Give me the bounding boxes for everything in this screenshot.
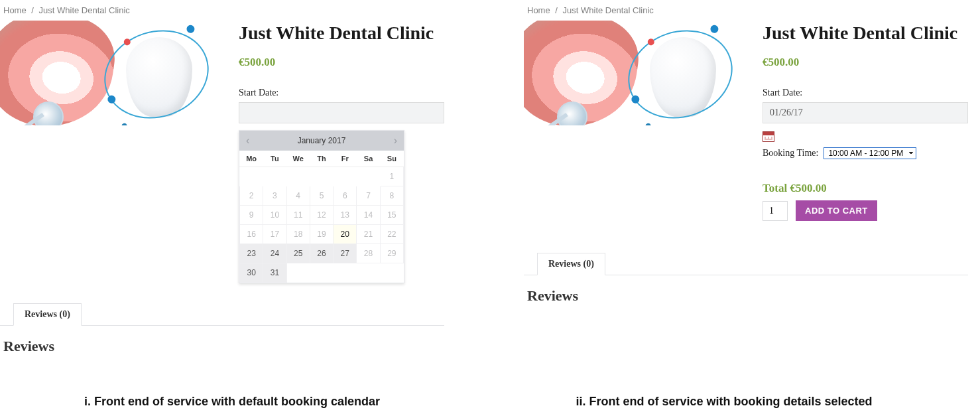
calendar-day-cell[interactable]: 15 <box>380 206 403 225</box>
breadcrumb-home[interactable]: Home <box>527 5 550 15</box>
product-image <box>0 21 219 125</box>
start-date-input[interactable] <box>239 102 444 123</box>
tabs: Reviews (0) <box>0 303 444 326</box>
calendar-day-cell <box>240 167 263 186</box>
calendar-day-cell[interactable]: 8 <box>380 186 403 206</box>
booking-time-label: Booking Time: <box>763 148 818 159</box>
calendar-day-cell[interactable]: 30 <box>240 263 263 283</box>
chevron-right-icon[interactable]: › <box>394 135 397 147</box>
calendar-day-cell <box>310 263 333 283</box>
calendar-month-title: January 2017 <box>298 136 346 145</box>
product-image <box>524 21 743 125</box>
product-price: €500.00 <box>239 56 444 69</box>
product-title: Just White Dental Clinic <box>763 22 968 44</box>
breadcrumb: Home / Just White Dental Clinic <box>3 5 444 15</box>
calendar-day-cell[interactable]: 6 <box>334 186 357 206</box>
breadcrumb-current: Just White Dental Clinic <box>39 5 130 15</box>
calendar-day-cell[interactable]: 5 <box>310 186 333 206</box>
reviews-heading: Reviews <box>3 338 444 355</box>
tabs: Reviews (0) <box>524 253 968 275</box>
calendar-icon[interactable] <box>763 131 774 142</box>
calendar-day-cell[interactable]: 11 <box>286 206 310 225</box>
caption-left: i. Front end of service with default boo… <box>0 395 464 409</box>
calendar-day-cell <box>286 167 310 186</box>
calendar-day-cell[interactable]: 20 <box>334 225 357 244</box>
calendar-day-cell[interactable]: 27 <box>334 244 357 263</box>
start-date-label: Start Date: <box>239 88 444 98</box>
calendar-day-cell <box>310 167 333 186</box>
calendar-day-header: Tu <box>263 151 286 167</box>
calendar-day-header: Su <box>380 151 403 167</box>
caption-right: ii. Front end of service with booking de… <box>485 395 963 409</box>
calendar-day-cell[interactable]: 13 <box>334 206 357 225</box>
calendar-day-cell[interactable]: 16 <box>240 225 263 244</box>
breadcrumb-current: Just White Dental Clinic <box>563 5 654 15</box>
calendar-day-cell <box>380 263 403 283</box>
chevron-left-icon[interactable]: ‹ <box>246 135 249 147</box>
calendar-day-cell[interactable]: 2 <box>240 186 263 206</box>
reviews-heading: Reviews <box>527 287 968 305</box>
start-date-input[interactable] <box>763 102 968 123</box>
breadcrumb-home[interactable]: Home <box>3 5 27 15</box>
calendar-day-cell[interactable]: 24 <box>263 244 286 263</box>
breadcrumb: Home / Just White Dental Clinic <box>527 5 968 15</box>
calendar-day-cell[interactable]: 28 <box>357 244 380 263</box>
calendar-day-header: Sa <box>357 151 380 167</box>
calendar-day-cell[interactable]: 14 <box>357 206 380 225</box>
calendar-day-cell[interactable]: 12 <box>310 206 333 225</box>
calendar-day-header: We <box>286 151 310 167</box>
calendar-day-cell[interactable]: 23 <box>240 244 263 263</box>
calendar-day-cell[interactable]: 25 <box>286 244 310 263</box>
calendar-day-cell <box>334 167 357 186</box>
product-price: €500.00 <box>763 56 968 69</box>
breadcrumb-sep: / <box>555 5 558 15</box>
calendar-day-cell <box>357 167 380 186</box>
date-picker[interactable]: ‹ January 2017 › MoTuWeThFrSaSu 12345678… <box>239 130 404 283</box>
booking-total: Total €500.00 <box>763 182 968 195</box>
calendar-day-cell[interactable]: 18 <box>286 225 310 244</box>
calendar-day-cell[interactable]: 9 <box>240 206 263 225</box>
calendar-day-cell[interactable]: 26 <box>310 244 333 263</box>
tab-reviews[interactable]: Reviews (0) <box>537 253 605 275</box>
calendar-day-cell[interactable]: 3 <box>263 186 286 206</box>
calendar-day-cell[interactable]: 29 <box>380 244 403 263</box>
calendar-day-cell[interactable]: 4 <box>286 186 310 206</box>
calendar-day-header: Mo <box>240 151 263 167</box>
calendar-day-cell <box>263 167 286 186</box>
calendar-day-cell[interactable]: 10 <box>263 206 286 225</box>
calendar-day-cell[interactable]: 1 <box>380 167 403 186</box>
calendar-day-cell <box>286 263 310 283</box>
start-date-label: Start Date: <box>763 88 968 98</box>
calendar-day-cell <box>357 263 380 283</box>
calendar-day-cell <box>334 263 357 283</box>
quantity-stepper[interactable] <box>763 201 788 221</box>
breadcrumb-sep: / <box>31 5 34 15</box>
calendar-day-cell[interactable]: 17 <box>263 225 286 244</box>
calendar-day-cell[interactable]: 19 <box>310 225 333 244</box>
calendar-day-cell[interactable]: 31 <box>263 263 286 283</box>
product-title: Just White Dental Clinic <box>239 22 444 44</box>
calendar-day-cell[interactable]: 21 <box>357 225 380 244</box>
calendar-day-header: Fr <box>334 151 357 167</box>
tab-reviews[interactable]: Reviews (0) <box>13 303 82 326</box>
calendar-day-cell[interactable]: 22 <box>380 225 403 244</box>
booking-time-select[interactable]: 10:00 AM - 12:00 PM <box>824 147 916 159</box>
calendar-day-cell[interactable]: 7 <box>357 186 380 206</box>
calendar-day-header: Th <box>310 151 333 167</box>
add-to-cart-button[interactable]: ADD TO CART <box>796 200 877 221</box>
